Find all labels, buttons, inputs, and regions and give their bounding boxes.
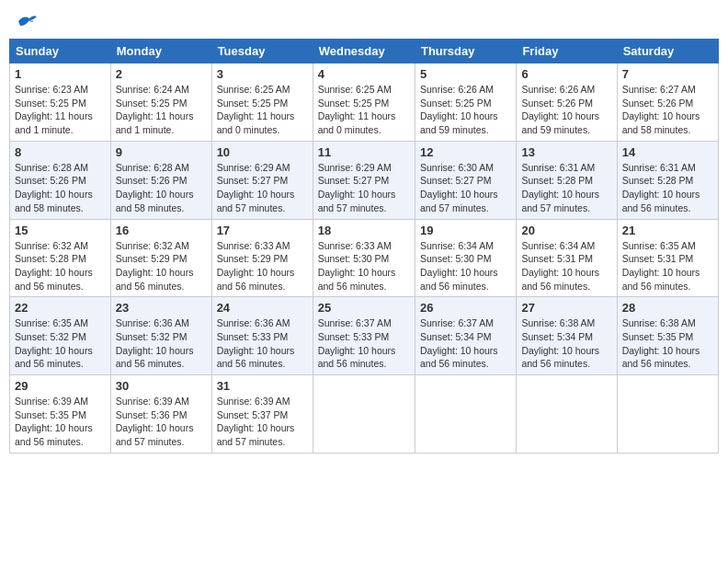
day-number: 18 xyxy=(318,224,410,237)
calendar-cell: 21Sunrise: 6:35 AM Sunset: 5:31 PM Dayli… xyxy=(617,219,718,297)
day-number: 5 xyxy=(420,67,511,81)
day-info: Sunrise: 6:38 AM Sunset: 5:35 PM Dayligh… xyxy=(622,316,713,371)
calendar-cell: 18Sunrise: 6:33 AM Sunset: 5:30 PM Dayli… xyxy=(313,219,415,297)
day-number: 4 xyxy=(318,67,410,81)
day-info: Sunrise: 6:33 AM Sunset: 5:29 PM Dayligh… xyxy=(217,239,308,293)
day-info: Sunrise: 6:35 AM Sunset: 5:31 PM Dayligh… xyxy=(622,239,713,293)
day-info: Sunrise: 6:29 AM Sunset: 5:27 PM Dayligh… xyxy=(318,161,410,215)
weekday-header-thursday: Thursday xyxy=(415,40,516,63)
day-info: Sunrise: 6:37 AM Sunset: 5:34 PM Dayligh… xyxy=(420,316,511,371)
calendar-cell: 5Sunrise: 6:26 AM Sunset: 5:25 PM Daylig… xyxy=(415,63,516,142)
day-number: 22 xyxy=(15,301,106,315)
weekday-header-tuesday: Tuesday xyxy=(211,40,313,63)
calendar-cell: 19Sunrise: 6:34 AM Sunset: 5:30 PM Dayli… xyxy=(415,219,516,297)
calendar-cell xyxy=(617,375,718,454)
calendar-cell: 15Sunrise: 6:32 AM Sunset: 5:28 PM Dayli… xyxy=(10,219,111,297)
day-number: 21 xyxy=(622,224,713,237)
day-number: 24 xyxy=(217,301,308,315)
day-info: Sunrise: 6:31 AM Sunset: 5:28 PM Dayligh… xyxy=(622,161,713,215)
day-number: 26 xyxy=(420,301,511,315)
calendar-cell: 31Sunrise: 6:39 AM Sunset: 5:37 PM Dayli… xyxy=(211,375,313,454)
day-info: Sunrise: 6:29 AM Sunset: 5:27 PM Dayligh… xyxy=(217,161,308,215)
day-info: Sunrise: 6:31 AM Sunset: 5:28 PM Dayligh… xyxy=(521,161,611,215)
calendar-cell: 27Sunrise: 6:38 AM Sunset: 5:34 PM Dayli… xyxy=(517,297,617,375)
day-info: Sunrise: 6:25 AM Sunset: 5:25 PM Dayligh… xyxy=(318,83,410,137)
day-info: Sunrise: 6:39 AM Sunset: 5:36 PM Dayligh… xyxy=(116,395,207,449)
day-info: Sunrise: 6:34 AM Sunset: 5:31 PM Dayligh… xyxy=(521,239,611,293)
calendar-cell: 25Sunrise: 6:37 AM Sunset: 5:33 PM Dayli… xyxy=(313,297,415,375)
day-number: 17 xyxy=(217,224,308,237)
calendar-cell: 14Sunrise: 6:31 AM Sunset: 5:28 PM Dayli… xyxy=(617,141,718,219)
calendar-cell: 1Sunrise: 6:23 AM Sunset: 5:25 PM Daylig… xyxy=(10,63,111,142)
day-info: Sunrise: 6:39 AM Sunset: 5:35 PM Dayligh… xyxy=(15,395,106,449)
day-number: 10 xyxy=(217,145,308,159)
calendar-cell: 17Sunrise: 6:33 AM Sunset: 5:29 PM Dayli… xyxy=(211,219,313,297)
day-number: 23 xyxy=(116,301,207,315)
calendar-cell: 24Sunrise: 6:36 AM Sunset: 5:33 PM Dayli… xyxy=(211,297,313,375)
day-info: Sunrise: 6:35 AM Sunset: 5:32 PM Dayligh… xyxy=(15,316,106,371)
day-info: Sunrise: 6:38 AM Sunset: 5:34 PM Dayligh… xyxy=(521,316,611,371)
day-number: 6 xyxy=(521,67,611,81)
day-info: Sunrise: 6:37 AM Sunset: 5:33 PM Dayligh… xyxy=(318,316,410,371)
day-info: Sunrise: 6:36 AM Sunset: 5:32 PM Dayligh… xyxy=(116,316,207,371)
day-number: 29 xyxy=(15,379,106,393)
calendar-cell: 22Sunrise: 6:35 AM Sunset: 5:32 PM Dayli… xyxy=(10,297,111,375)
calendar-cell: 11Sunrise: 6:29 AM Sunset: 5:27 PM Dayli… xyxy=(313,141,415,219)
day-number: 25 xyxy=(318,301,410,315)
calendar-cell: 12Sunrise: 6:30 AM Sunset: 5:27 PM Dayli… xyxy=(415,141,516,219)
day-info: Sunrise: 6:26 AM Sunset: 5:25 PM Dayligh… xyxy=(420,83,511,137)
day-info: Sunrise: 6:39 AM Sunset: 5:37 PM Dayligh… xyxy=(217,395,308,449)
calendar-cell: 26Sunrise: 6:37 AM Sunset: 5:34 PM Dayli… xyxy=(415,297,516,375)
day-info: Sunrise: 6:27 AM Sunset: 5:26 PM Dayligh… xyxy=(622,83,713,137)
calendar-cell xyxy=(415,375,516,454)
day-number: 1 xyxy=(15,67,106,81)
day-info: Sunrise: 6:32 AM Sunset: 5:29 PM Dayligh… xyxy=(116,239,207,293)
calendar-cell: 20Sunrise: 6:34 AM Sunset: 5:31 PM Dayli… xyxy=(517,219,617,297)
day-number: 3 xyxy=(217,67,308,81)
day-info: Sunrise: 6:28 AM Sunset: 5:26 PM Dayligh… xyxy=(15,161,106,215)
weekday-header-saturday: Saturday xyxy=(617,40,718,63)
day-info: Sunrise: 6:24 AM Sunset: 5:25 PM Dayligh… xyxy=(116,83,207,137)
day-number: 27 xyxy=(521,301,611,315)
day-info: Sunrise: 6:32 AM Sunset: 5:28 PM Dayligh… xyxy=(15,239,106,293)
day-number: 14 xyxy=(622,145,713,159)
calendar-cell: 6Sunrise: 6:26 AM Sunset: 5:26 PM Daylig… xyxy=(517,63,617,142)
logo xyxy=(15,13,37,29)
logo-bird-icon xyxy=(17,13,37,29)
day-info: Sunrise: 6:33 AM Sunset: 5:30 PM Dayligh… xyxy=(318,239,410,293)
calendar-cell: 7Sunrise: 6:27 AM Sunset: 5:26 PM Daylig… xyxy=(617,63,718,142)
calendar-cell: 28Sunrise: 6:38 AM Sunset: 5:35 PM Dayli… xyxy=(617,297,718,375)
day-number: 9 xyxy=(116,145,207,159)
weekday-header-friday: Friday xyxy=(517,40,617,63)
day-number: 13 xyxy=(521,145,611,159)
calendar-cell: 16Sunrise: 6:32 AM Sunset: 5:29 PM Dayli… xyxy=(110,219,211,297)
day-number: 16 xyxy=(116,224,207,237)
day-number: 28 xyxy=(622,301,713,315)
day-number: 11 xyxy=(318,145,410,159)
day-info: Sunrise: 6:23 AM Sunset: 5:25 PM Dayligh… xyxy=(15,83,106,137)
day-number: 15 xyxy=(15,224,106,237)
calendar-cell xyxy=(313,375,415,454)
calendar-cell: 13Sunrise: 6:31 AM Sunset: 5:28 PM Dayli… xyxy=(517,141,617,219)
day-number: 20 xyxy=(521,224,611,237)
day-number: 2 xyxy=(116,67,207,81)
day-number: 31 xyxy=(217,379,308,393)
calendar-cell: 30Sunrise: 6:39 AM Sunset: 5:36 PM Dayli… xyxy=(110,375,211,454)
calendar-cell xyxy=(517,375,617,454)
day-info: Sunrise: 6:36 AM Sunset: 5:33 PM Dayligh… xyxy=(217,316,308,371)
calendar-cell: 23Sunrise: 6:36 AM Sunset: 5:32 PM Dayli… xyxy=(110,297,211,375)
weekday-header-monday: Monday xyxy=(110,40,211,63)
calendar-cell: 29Sunrise: 6:39 AM Sunset: 5:35 PM Dayli… xyxy=(10,375,111,454)
day-number: 12 xyxy=(420,145,511,159)
day-number: 7 xyxy=(622,67,713,81)
header xyxy=(9,9,719,33)
day-info: Sunrise: 6:28 AM Sunset: 5:26 PM Dayligh… xyxy=(116,161,207,215)
calendar-cell: 10Sunrise: 6:29 AM Sunset: 5:27 PM Dayli… xyxy=(211,141,313,219)
day-number: 8 xyxy=(15,145,106,159)
weekday-header-wednesday: Wednesday xyxy=(313,40,415,63)
calendar-cell: 9Sunrise: 6:28 AM Sunset: 5:26 PM Daylig… xyxy=(110,141,211,219)
weekday-header-sunday: Sunday xyxy=(10,40,111,63)
day-info: Sunrise: 6:34 AM Sunset: 5:30 PM Dayligh… xyxy=(420,239,511,293)
calendar-table: SundayMondayTuesdayWednesdayThursdayFrid… xyxy=(9,39,719,454)
day-info: Sunrise: 6:26 AM Sunset: 5:26 PM Dayligh… xyxy=(521,83,611,137)
